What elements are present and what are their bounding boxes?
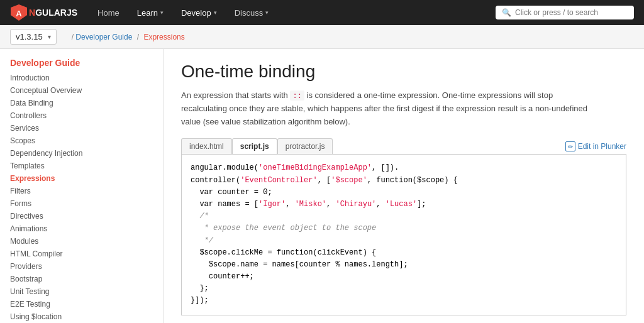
edit-plunker-button[interactable]: ✏ Edit in Plunker: [565, 141, 626, 151]
search-input[interactable]: [515, 8, 628, 17]
code-line-12: }]);: [191, 295, 617, 307]
nav-home[interactable]: Home: [90, 3, 127, 23]
sidebar-item-templates[interactable]: Templates: [0, 160, 163, 172]
sidebar-item-e2e-testing[interactable]: E2E Testing: [0, 298, 163, 310]
logo-icon: A: [10, 4, 28, 21]
tab-script-js[interactable]: script.js: [232, 138, 277, 154]
sidebar-item-directives[interactable]: Directives: [0, 210, 163, 222]
main-layout: Developer Guide Introduction Conceptual …: [0, 49, 644, 323]
code-line-2: controller('EventController', ['$scope',…: [191, 175, 617, 187]
code-line-8: $scope.clickMe = function(clickEvent) {: [191, 247, 617, 259]
sidebar-item-scopes[interactable]: Scopes: [0, 134, 163, 147]
sidebar-item-unit-testing[interactable]: Unit Testing: [0, 285, 163, 298]
page-title: One-time binding: [181, 62, 626, 82]
top-nav: A NGULARJS Home Learn ▾ Develop ▾ Discus…: [0, 0, 644, 25]
search-bar: 🔍: [496, 6, 634, 19]
code-line-10: counter++;: [191, 271, 617, 283]
code-inline: ::: [290, 90, 304, 101]
sidebar-item-services[interactable]: Services: [0, 122, 163, 134]
chevron-down-icon: ▾: [214, 9, 217, 16]
page-description: An expression that starts with :: is con…: [181, 89, 590, 128]
sidebar-item-expressions[interactable]: Expressions: [0, 172, 163, 185]
breadcrumb-separator: /: [137, 33, 142, 41]
code-line-7: */: [191, 235, 617, 247]
sidebar-item-html-compiler[interactable]: HTML Compiler: [0, 248, 163, 260]
sidebar-item-bootstrap[interactable]: Bootstrap: [0, 273, 163, 285]
tabs-row: index.html script.js protractor.js ✏ Edi…: [181, 138, 626, 154]
logo[interactable]: A NGULARJS: [10, 4, 82, 21]
version-selector[interactable]: v1.3.15 ▾: [10, 29, 57, 45]
search-icon: 🔍: [502, 8, 511, 17]
code-line-5: /*: [191, 211, 617, 222]
code-line-1: angular.module('oneTimeBidingExampleApp'…: [191, 162, 617, 174]
code-line-3: var counter = 0;: [191, 187, 617, 199]
chevron-down-icon: ▾: [160, 9, 164, 16]
nav-learn[interactable]: Learn ▾: [130, 3, 171, 23]
version-label: v1.3.15: [16, 32, 43, 41]
sidebar-title: Developer Guide: [0, 54, 163, 72]
sidebar-item-controllers[interactable]: Controllers: [0, 109, 163, 122]
breadcrumb-parent[interactable]: Developer Guide: [75, 33, 132, 41]
chevron-down-icon: ▾: [265, 9, 269, 16]
edit-plunker-wrapper: ✏ Edit in Plunker: [565, 141, 626, 151]
version-bar: v1.3.15 ▾ / Developer Guide / Expression…: [0, 25, 644, 49]
tab-protractor-js[interactable]: protractor.js: [277, 138, 333, 154]
code-line-6: * expose the event object to the scope: [191, 222, 617, 234]
nav-discuss[interactable]: Discuss ▾: [227, 3, 277, 23]
sidebar-item-modules[interactable]: Modules: [0, 235, 163, 248]
code-block: angular.module('oneTimeBidingExampleApp'…: [181, 154, 626, 315]
sidebar-item-forms[interactable]: Forms: [0, 197, 163, 210]
nav-develop[interactable]: Develop ▾: [174, 3, 225, 23]
sidebar-item-animations[interactable]: Animations: [0, 222, 163, 235]
sidebar-item-introduction[interactable]: Introduction: [0, 72, 163, 84]
breadcrumb: / Developer Guide / Expressions: [72, 33, 185, 41]
sidebar-item-using-location[interactable]: Using $location: [0, 310, 163, 323]
code-line-9: $scope.name = names[counter % names.leng…: [191, 259, 617, 271]
sidebar-item-filters[interactable]: Filters: [0, 185, 163, 197]
sidebar-item-conceptual-overview[interactable]: Conceptual Overview: [0, 84, 163, 97]
tab-index-html[interactable]: index.html: [181, 138, 232, 154]
logo-text: NGULARJS: [29, 8, 77, 18]
code-line-4: var names = ['Igor', 'Misko', 'Chirayu',…: [191, 199, 617, 211]
edit-plunker-label: Edit in Plunker: [578, 142, 626, 151]
code-line-11: };: [191, 283, 617, 295]
sidebar-item-providers[interactable]: Providers: [0, 260, 163, 273]
sidebar-item-data-binding[interactable]: Data Binding: [0, 97, 163, 109]
svg-text:A: A: [16, 9, 22, 18]
sidebar: Developer Guide Introduction Conceptual …: [0, 49, 164, 323]
chevron-down-icon: ▾: [48, 33, 51, 40]
content-area: One-time binding An expression that star…: [164, 49, 644, 323]
plunker-icon: ✏: [565, 141, 575, 151]
breadcrumb-current: Expressions: [143, 33, 184, 41]
sidebar-item-dependency-injection[interactable]: Dependency Injection: [0, 147, 163, 160]
